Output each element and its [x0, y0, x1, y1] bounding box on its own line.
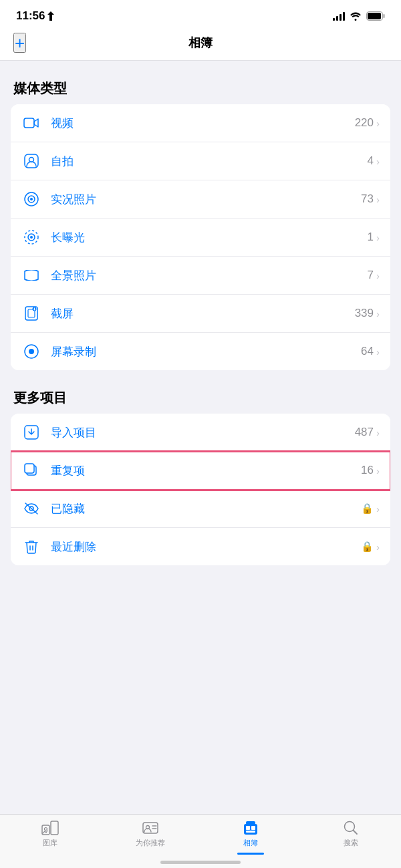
selfie-right: 4 › [368, 154, 380, 168]
svg-point-16 [29, 349, 34, 354]
location-icon [47, 11, 54, 21]
list-item-hidden[interactable]: 已隐藏 🔒 › [11, 490, 390, 528]
video-count: 220 [355, 116, 374, 130]
library-tab-icon [41, 820, 59, 836]
longexposure-label: 长曝光 [51, 230, 368, 245]
svg-point-8 [30, 198, 33, 200]
library-tab-label: 图库 [43, 838, 57, 848]
svg-rect-25 [51, 821, 58, 835]
svg-point-26 [45, 828, 47, 831]
svg-rect-33 [246, 826, 250, 830]
import-icon [21, 422, 41, 442]
screenrecord-chevron: › [376, 346, 380, 357]
screenrecord-count: 64 [361, 345, 374, 358]
duplicates-right: 16 › [361, 464, 380, 477]
screenrecord-label: 屏幕录制 [51, 344, 361, 359]
video-right: 220 › [355, 116, 380, 130]
video-icon [21, 113, 41, 133]
recentlydeleted-lock-icon: 🔒 [361, 541, 374, 553]
screenrecord-right: 64 › [361, 345, 380, 358]
section-more-items: 更多项目 导入项目 487 › 重复项 [0, 389, 401, 565]
screenshot-count: 339 [355, 307, 374, 320]
selfie-label: 自拍 [51, 154, 368, 169]
list-item-screenrecord[interactable]: 屏幕录制 64 › [11, 333, 390, 370]
video-label: 视频 [51, 116, 355, 131]
svg-point-11 [30, 236, 33, 239]
nav-title: 相簿 [188, 35, 213, 51]
media-types-list: 视频 220 › 自拍 4 › [11, 104, 390, 370]
import-count: 487 [355, 426, 374, 439]
foryou-tab-label: 为你推荐 [136, 838, 165, 848]
screenshot-label: 截屏 [51, 306, 355, 321]
longexposure-icon [21, 227, 41, 247]
list-item-screenshot[interactable]: 截屏 339 › [11, 295, 390, 333]
list-item-panorama[interactable]: 全景照片 7 › [11, 257, 390, 295]
svg-rect-2 [368, 13, 381, 19]
search-tab-icon [342, 820, 360, 836]
albums-tab-icon [241, 820, 260, 836]
panorama-count: 7 [368, 269, 374, 282]
list-item-import[interactable]: 导入项目 487 › [11, 414, 390, 452]
section-header-more-items: 更多项目 [0, 389, 401, 414]
duplicates-icon [21, 460, 41, 480]
selfie-icon [21, 151, 41, 171]
duplicates-count: 16 [361, 464, 374, 477]
duplicates-chevron: › [376, 465, 380, 476]
tab-library[interactable]: 图库 [0, 820, 100, 855]
svg-rect-19 [25, 464, 34, 473]
list-item-selfie[interactable]: 自拍 4 › [11, 142, 390, 180]
hidden-label: 已隐藏 [51, 501, 361, 517]
longexposure-count: 1 [368, 231, 374, 244]
selfie-chevron: › [376, 156, 380, 167]
live-right: 73 › [361, 192, 380, 206]
tab-foryou[interactable]: 为你推荐 [100, 820, 200, 855]
foryou-tab-icon [141, 820, 160, 836]
screenshot-right: 339 › [355, 307, 380, 320]
nav-bar: + 相簿 [0, 28, 401, 61]
tab-albums[interactable]: 相簿 [200, 820, 301, 855]
screenrecord-icon [21, 341, 41, 361]
import-right: 487 › [355, 426, 380, 439]
albums-tab-active-bar [237, 853, 264, 855]
search-tab-label: 搜索 [344, 838, 358, 848]
live-icon [21, 189, 41, 209]
albums-tab-label: 相簿 [243, 838, 258, 848]
hidden-right: 🔒 › [361, 502, 380, 515]
hidden-lock-icon: 🔒 [361, 502, 374, 515]
add-album-button[interactable]: + [13, 33, 26, 53]
section-media-types: 媒体类型 视频 220 › [0, 80, 401, 370]
screenshot-icon [21, 303, 41, 323]
time-label: 11:56 [16, 9, 45, 23]
svg-rect-32 [246, 821, 255, 825]
wifi-icon [350, 11, 362, 21]
svg-rect-35 [246, 831, 255, 833]
status-bar: 11:56 [0, 0, 401, 28]
panorama-label: 全景照片 [51, 268, 368, 283]
recentlydeleted-chevron: › [376, 541, 380, 553]
live-chevron: › [376, 194, 380, 205]
home-indicator [160, 861, 241, 864]
selfie-count: 4 [368, 154, 374, 168]
panorama-icon [21, 265, 41, 285]
live-label: 实况照片 [51, 192, 361, 207]
recentlydeleted-label: 最近删除 [51, 539, 361, 555]
list-item-recentlydeleted[interactable]: 最近删除 🔒 › [11, 528, 390, 565]
more-items-list: 导入项目 487 › 重复项 16 › [11, 414, 390, 565]
screenshot-chevron: › [376, 308, 380, 319]
section-header-media-types: 媒体类型 [0, 80, 401, 104]
tab-search[interactable]: 搜索 [301, 820, 401, 855]
signal-icon [333, 11, 345, 21]
longexposure-chevron: › [376, 232, 380, 243]
svg-rect-1 [384, 14, 385, 18]
duplicates-label: 重复项 [51, 463, 361, 478]
list-item-video[interactable]: 视频 220 › [11, 104, 390, 142]
hidden-chevron: › [376, 503, 380, 515]
list-item-longexposure[interactable]: 长曝光 1 › [11, 219, 390, 257]
list-item-duplicates[interactable]: 重复项 16 › [11, 452, 390, 490]
panorama-right: 7 › [368, 269, 380, 282]
tab-bar: 图库 为你推荐 相簿 [0, 814, 401, 868]
battery-icon [366, 11, 385, 21]
list-item-live[interactable]: 实况照片 73 › [11, 180, 390, 219]
svg-rect-3 [24, 118, 34, 128]
video-chevron: › [376, 118, 380, 129]
